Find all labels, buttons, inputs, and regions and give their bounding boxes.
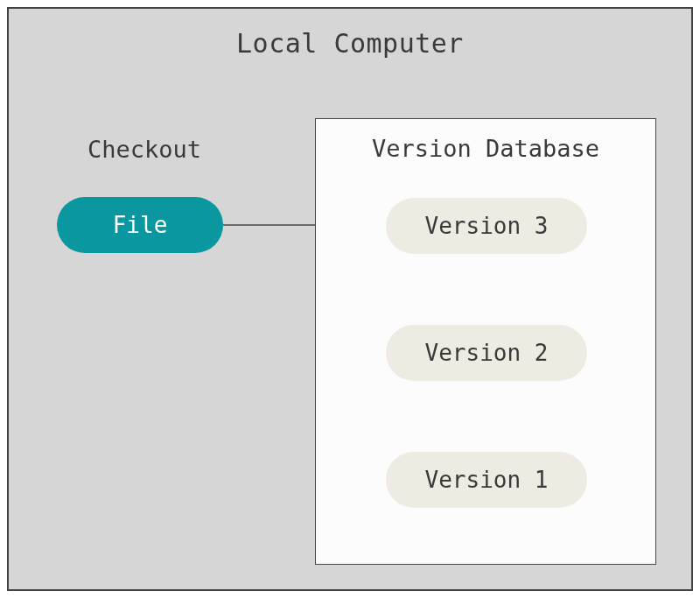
version-node-1: Version 1 [386,452,587,508]
version-node-label: Version 3 [425,213,549,239]
local-computer-panel: Local Computer Checkout File Version Dat… [7,7,693,591]
version-node-label: Version 1 [425,467,549,493]
version-node-2: Version 2 [386,325,587,381]
version-node-label: Version 2 [425,340,549,366]
database-heading: Version Database [316,135,655,162]
file-node: File [57,197,223,253]
version-node-3: Version 3 [386,198,587,254]
version-database-box: Version Database Version 3 Version 2 Ver… [315,118,656,565]
file-node-label: File [113,212,168,238]
checkout-heading: Checkout [48,136,241,163]
panel-title: Local Computer [9,28,691,59]
